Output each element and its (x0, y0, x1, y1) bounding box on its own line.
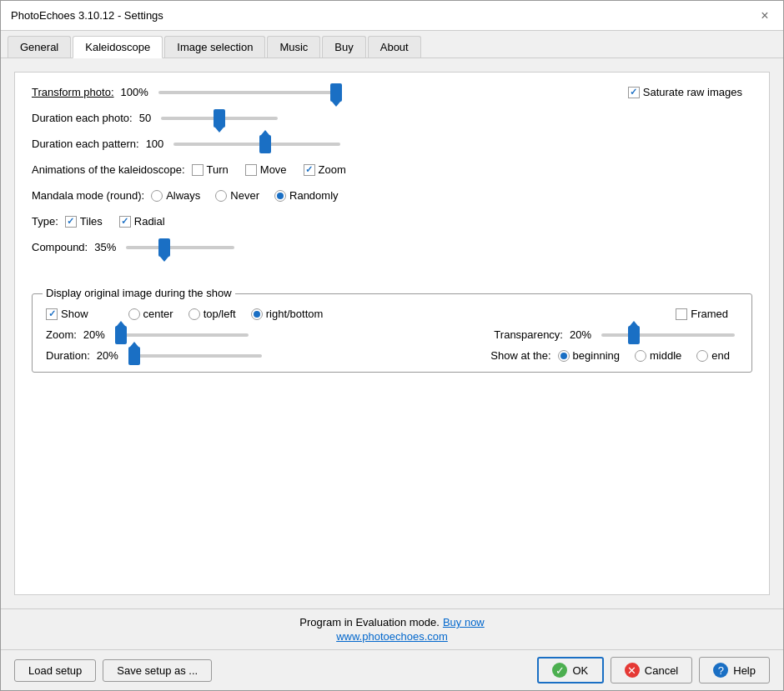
show-label: Show (61, 308, 88, 320)
framed-item[interactable]: Framed (676, 308, 728, 320)
pos-rightbottom-radio[interactable] (251, 308, 263, 320)
saturate-raw-label: Saturate raw images (643, 86, 742, 98)
mandala-always-label: Always (166, 189, 200, 202)
type-radial-label: Radial (134, 215, 165, 228)
animations-row: Animations of the kaleidoscope: Turn Mov… (32, 163, 752, 176)
pos-topleft-radio[interactable] (188, 308, 200, 320)
button-bar: Load setup Save setup as ... ✓ OK ✕ Canc… (1, 649, 783, 690)
duration-slider[interactable] (125, 354, 265, 358)
mandala-always-radio[interactable] (151, 190, 163, 202)
show-position-row: Show center top/left r (46, 308, 738, 320)
show-at-end-radio[interactable] (696, 350, 708, 362)
evaluation-line: Program in Evaluation mode. Buy now (299, 616, 485, 628)
zoom-label: Zoom: (46, 328, 77, 341)
transform-photo-label[interactable]: Transform photo: (32, 86, 114, 98)
duration-photo-label: Duration each photo: (32, 112, 133, 124)
tab-about[interactable]: About (368, 36, 421, 58)
type-label: Type: (32, 215, 58, 228)
tab-general[interactable]: General (8, 36, 71, 58)
ok-label: OK (572, 664, 588, 677)
tab-buy[interactable]: Buy (322, 36, 365, 58)
duration-showat-row: Duration: 20% Show at the: beginning (46, 349, 738, 362)
anim-zoom-item[interactable]: Zoom (304, 163, 346, 176)
show-at-middle-radio[interactable] (635, 350, 646, 362)
duration-pattern-value: 100 (146, 138, 164, 150)
animations-label: Animations of the kaleidoscope: (32, 163, 185, 176)
load-setup-button[interactable]: Load setup (14, 659, 96, 682)
pos-center-label: center (143, 308, 173, 320)
framed-checkbox[interactable] (676, 308, 687, 320)
duration-value: 20% (97, 349, 118, 362)
pos-rightbottom-item[interactable]: right/bottom (251, 308, 324, 320)
mandala-never-radio[interactable] (215, 190, 227, 202)
tab-kaleidoscope[interactable]: Kaleidoscope (73, 36, 163, 58)
tab-music[interactable]: Music (267, 36, 320, 58)
show-at-middle-label: middle (650, 349, 681, 362)
transparency-label: Transparency: (494, 328, 563, 341)
compound-slider[interactable] (123, 246, 238, 249)
mandala-row: Mandala mode (round): Always Never Rando… (32, 189, 752, 202)
duration-pattern-slider[interactable] (170, 143, 344, 146)
anim-turn-checkbox[interactable] (192, 164, 204, 176)
anim-move-item[interactable]: Move (245, 163, 287, 176)
help-label: Help (733, 664, 756, 677)
saturate-raw-checkbox[interactable] (628, 87, 640, 98)
mandala-randomly-item[interactable]: Randomly (274, 189, 339, 202)
compound-value: 35% (94, 241, 116, 253)
mandala-always-item[interactable]: Always (151, 189, 200, 202)
title-bar: PhotoEchoes 3.10.12 - Settings × (1, 1, 783, 31)
type-radial-checkbox[interactable] (119, 216, 131, 228)
framed-label: Framed (691, 308, 728, 320)
type-row: Type: Tiles Radial (32, 215, 752, 228)
website-link[interactable]: www.photoechoes.com (336, 630, 448, 643)
tab-bar: General Kaleidoscope Image selection Mus… (1, 31, 783, 58)
left-buttons: Load setup Save setup as ... (14, 659, 212, 682)
show-checkbox[interactable] (46, 308, 58, 320)
pos-center-item[interactable]: center (128, 308, 173, 320)
help-icon: ? (713, 663, 728, 678)
save-setup-button[interactable]: Save setup as ... (103, 659, 212, 682)
transform-photo-value: 100% (121, 86, 148, 98)
display-group-inner: Show center top/left r (46, 308, 738, 362)
anim-zoom-checkbox[interactable] (304, 164, 315, 176)
duration-photo-slider[interactable] (158, 117, 281, 120)
show-at-beginning-radio[interactable] (558, 350, 570, 362)
saturate-raw-checkbox-item[interactable]: Saturate raw images (628, 86, 742, 98)
duration-label: Duration: (46, 349, 90, 362)
content-area: Transform photo: 100% Saturate raw image… (1, 58, 783, 608)
zoom-transparency-row: Zoom: 20% Transparency: 20% (46, 328, 738, 341)
mandala-label: Mandala mode (round): (32, 189, 144, 202)
show-at-end-item[interactable]: end (696, 349, 730, 362)
cancel-icon: ✕ (625, 663, 640, 678)
cancel-button[interactable]: ✕ Cancel (611, 657, 692, 683)
transparency-slider[interactable] (598, 333, 738, 337)
mandala-never-label: Never (230, 189, 259, 202)
type-radial-item[interactable]: Radial (119, 215, 165, 228)
tab-image-selection[interactable]: Image selection (164, 36, 265, 58)
mandala-randomly-radio[interactable] (274, 190, 286, 202)
compound-label: Compound: (32, 241, 88, 253)
pos-center-radio[interactable] (128, 308, 140, 320)
help-button[interactable]: ? Help (699, 657, 770, 683)
show-at-beginning-label: beginning (573, 349, 620, 362)
show-at-middle-item[interactable]: middle (635, 349, 681, 362)
zoom-slider[interactable] (112, 333, 252, 337)
pos-topleft-item[interactable]: top/left (188, 308, 236, 320)
type-tiles-item[interactable]: Tiles (65, 215, 103, 228)
buy-link[interactable]: Buy now (443, 616, 485, 628)
transform-photo-slider[interactable] (155, 91, 345, 94)
display-group-title: Display original image during the show (43, 287, 235, 299)
show-at-beginning-item[interactable]: beginning (558, 349, 620, 362)
anim-zoom-label: Zoom (319, 163, 346, 176)
transform-photo-row: Transform photo: 100% Saturate raw image… (32, 86, 752, 98)
ok-button[interactable]: ✓ OK (537, 657, 604, 683)
mandala-never-item[interactable]: Never (215, 189, 259, 202)
cancel-label: Cancel (645, 664, 678, 677)
show-item[interactable]: Show (46, 308, 88, 320)
type-tiles-checkbox[interactable] (65, 216, 77, 228)
anim-turn-item[interactable]: Turn (192, 163, 229, 176)
anim-move-checkbox[interactable] (245, 164, 257, 176)
close-button[interactable]: × (756, 8, 773, 24)
anim-move-label: Move (260, 163, 287, 176)
pos-rightbottom-label: right/bottom (266, 308, 324, 320)
